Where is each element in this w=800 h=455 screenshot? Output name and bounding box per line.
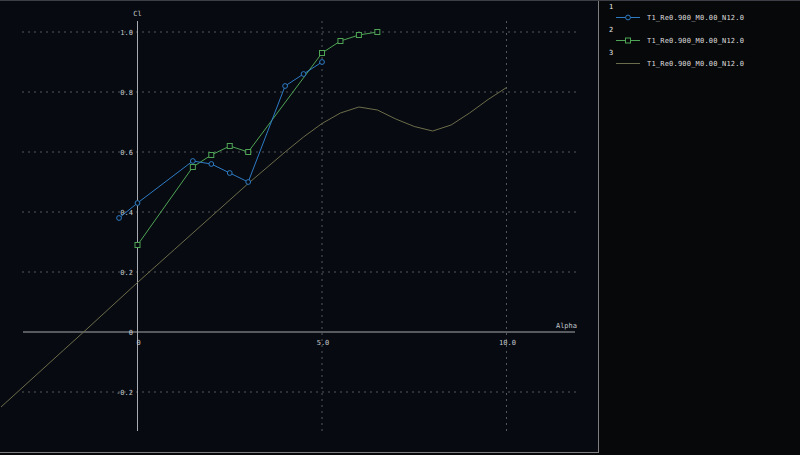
circle-marker-icon [626, 15, 631, 20]
legend-index: 2 [605, 26, 798, 34]
square-marker-icon [246, 150, 251, 155]
legend-entry: 3 T1_Re0.900_M0.00_N12.0 [605, 49, 798, 68]
polar-graph-window: -0.200.20.40.60.81.005.010.0ClAlpha 1 T1… [0, 0, 800, 455]
legend-line-sample [615, 59, 641, 68]
square-marker-icon [320, 51, 325, 56]
legend-line-sample [615, 13, 641, 22]
legend-index: 1 [605, 3, 798, 11]
circle-marker-icon [117, 216, 122, 221]
y-tick-label: 0.2 [120, 269, 133, 277]
legend-panel: 1 T1_Re0.900_M0.00_N12.0 2 T1_Re0.900_M0… [599, 1, 800, 455]
series-line [1, 88, 507, 408]
circle-marker-icon [246, 180, 251, 185]
series-line [119, 62, 322, 218]
x-tick-label: 10.0 [499, 339, 516, 347]
circle-marker-icon [209, 162, 214, 167]
series-line [138, 32, 378, 245]
y-tick-label: -0.2 [116, 389, 133, 397]
cl-alpha-graph-panel[interactable]: -0.200.20.40.60.81.005.010.0ClAlpha [0, 1, 599, 453]
x-tick-label: 0 [136, 339, 140, 347]
square-marker-icon [227, 144, 232, 149]
square-marker-icon [626, 38, 631, 43]
circle-marker-icon [320, 60, 325, 65]
legend-entry: 1 T1_Re0.900_M0.00_N12.0 [605, 3, 798, 22]
circle-marker-icon [301, 72, 306, 77]
square-marker-icon [338, 39, 343, 44]
circle-marker-icon [190, 159, 195, 164]
legend-label: T1_Re0.900_M0.00_N12.0 [647, 60, 744, 68]
legend-index: 3 [605, 49, 798, 57]
square-marker-icon [356, 33, 361, 38]
y-axis-title: Cl [133, 10, 141, 18]
legend-entry: 2 T1_Re0.900_M0.00_N12.0 [605, 26, 798, 45]
square-marker-icon [375, 30, 380, 35]
y-tick-label: 0.6 [120, 149, 133, 157]
legend-label: T1_Re0.900_M0.00_N12.0 [647, 37, 744, 45]
y-tick-label: 1.0 [120, 29, 133, 37]
circle-marker-icon [227, 171, 232, 176]
circle-marker-icon [135, 201, 140, 206]
x-tick-label: 5.0 [317, 339, 330, 347]
legend-line-sample [615, 36, 641, 45]
square-marker-icon [135, 243, 140, 248]
square-marker-icon [209, 153, 214, 158]
y-tick-label: 0 [129, 329, 133, 337]
legend-label: T1_Re0.900_M0.00_N12.0 [647, 14, 744, 22]
cl-vs-alpha-plot[interactable]: -0.200.20.40.60.81.005.010.0ClAlpha [0, 1, 598, 451]
circle-marker-icon [283, 84, 288, 89]
square-marker-icon [190, 165, 195, 170]
y-tick-label: 0.8 [120, 89, 133, 97]
x-axis-title: Alpha [556, 322, 577, 330]
